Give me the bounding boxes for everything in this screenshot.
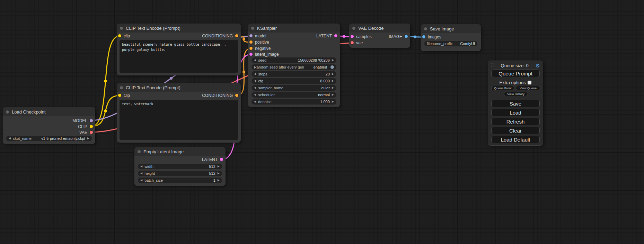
- arrow-left-icon[interactable]: ◀: [9, 137, 11, 140]
- collapse-dot-icon[interactable]: [138, 150, 141, 153]
- collapse-dot-icon[interactable]: [120, 27, 123, 30]
- collapse-dot-icon[interactable]: [6, 110, 9, 114]
- input-slot-model[interactable]: model: [249, 33, 266, 39]
- view-queue-button[interactable]: View Queue: [516, 86, 540, 90]
- output-slot-conditioning[interactable]: CONDITIONING: [202, 33, 238, 39]
- extra-options-checkbox[interactable]: [528, 81, 531, 84]
- conditioning-output-dot[interactable]: [235, 34, 238, 37]
- height-widget[interactable]: ◀ height 512 ▶: [138, 171, 222, 176]
- queue-front-button[interactable]: Queue Front: [491, 86, 514, 90]
- random-seed-toggle-widget[interactable]: Random seed after every gen enabled: [252, 64, 336, 70]
- input-slot-vae[interactable]: vae: [351, 40, 363, 46]
- save-button[interactable]: Save: [491, 100, 540, 107]
- input-slot-latent-image[interactable]: latent_image: [249, 51, 279, 57]
- node-clip-text-encode-negative[interactable]: CLIP Text Encode (Prompt) clip CONDITION…: [117, 83, 241, 143]
- node-ksampler[interactable]: KSampler model positive negative latent_…: [248, 24, 340, 107]
- image-output-dot[interactable]: [405, 35, 408, 38]
- output-slot-model[interactable]: MODEL: [72, 118, 93, 124]
- input-slot-clip[interactable]: clip: [118, 33, 130, 39]
- arrow-left-icon[interactable]: ◀: [254, 87, 256, 89]
- steps-widget[interactable]: ◀ steps 20 ▶: [252, 71, 336, 77]
- node-save-image[interactable]: Save Image images filename_prefix ComfyU…: [421, 24, 481, 51]
- collapse-dot-icon[interactable]: [120, 86, 123, 89]
- arrow-left-icon[interactable]: ◀: [254, 100, 256, 103]
- arrow-left-icon[interactable]: ◀: [140, 165, 142, 168]
- output-slot-clip[interactable]: CLIP: [78, 124, 93, 129]
- collapse-dot-icon[interactable]: [352, 27, 355, 30]
- scheduler-widget[interactable]: ◀ scheduler normal ▶: [252, 92, 336, 98]
- latent-output-dot[interactable]: [334, 34, 337, 37]
- denoise-widget[interactable]: ◀ denoise 1.000 ▶: [252, 99, 336, 105]
- image-input-dot[interactable]: [422, 35, 425, 38]
- arrow-left-icon[interactable]: ◀: [254, 80, 256, 82]
- output-slot-vae[interactable]: VAE: [79, 129, 93, 135]
- arrow-right-icon[interactable]: ▶: [332, 100, 334, 103]
- vae-input-dot[interactable]: [351, 41, 354, 44]
- arrow-right-icon[interactable]: ▶: [218, 179, 220, 182]
- conditioning-output-dot[interactable]: [235, 94, 238, 97]
- node-title-bar[interactable]: VAE Decode: [349, 24, 410, 33]
- sampler-name-widget[interactable]: ◀ sampler_name euler ▶: [252, 85, 336, 91]
- node-title-bar[interactable]: Save Image: [421, 24, 481, 33]
- view-history-button[interactable]: View History: [504, 92, 528, 96]
- conditioning-input-dot[interactable]: [249, 47, 253, 50]
- clip-input-dot[interactable]: [118, 34, 121, 37]
- input-slot-positive[interactable]: positive: [249, 39, 269, 45]
- output-slot-conditioning[interactable]: CONDITIONING: [202, 92, 238, 98]
- vae-output-dot[interactable]: [90, 131, 93, 134]
- latent-output-dot[interactable]: [220, 158, 223, 161]
- toggle-dot-icon[interactable]: [330, 65, 334, 69]
- clip-input-dot[interactable]: [118, 94, 121, 97]
- node-vae-decode[interactable]: VAE Decode samples vae IMAGE: [349, 24, 410, 48]
- node-load-checkpoint[interactable]: Load Checkpoint MODEL CLIP VAE ◀ ckpt_na…: [3, 107, 95, 144]
- collapse-dot-icon[interactable]: [424, 27, 427, 30]
- arrow-right-icon[interactable]: ▶: [218, 165, 220, 168]
- node-empty-latent-image[interactable]: Empty Latent Image LATENT ◀ width 512 ▶ …: [134, 147, 226, 186]
- arrow-right-icon[interactable]: ▶: [218, 172, 220, 175]
- node-graph-canvas[interactable]: Load Checkpoint MODEL CLIP VAE ◀ ckpt_na…: [0, 0, 644, 244]
- output-slot-latent[interactable]: LATENT: [316, 33, 337, 39]
- clip-output-dot[interactable]: [90, 125, 93, 128]
- model-input-dot[interactable]: [249, 34, 253, 37]
- arrow-right-icon[interactable]: ▶: [332, 59, 334, 62]
- queue-prompt-button[interactable]: Queue Prompt: [491, 70, 540, 77]
- arrow-right-icon[interactable]: ▶: [332, 80, 334, 82]
- refresh-button[interactable]: Refresh: [491, 118, 540, 125]
- arrow-right-icon[interactable]: ▶: [332, 87, 334, 89]
- output-slot-latent[interactable]: LATENT: [202, 156, 223, 162]
- output-slot-image[interactable]: IMAGE: [389, 34, 408, 39]
- arrow-right-icon[interactable]: ▶: [332, 93, 334, 96]
- load-default-button[interactable]: Load Default: [491, 136, 540, 143]
- node-title-bar[interactable]: Load Checkpoint: [3, 107, 95, 116]
- node-title-bar[interactable]: CLIP Text Encode (Prompt): [117, 83, 241, 92]
- cfg-widget[interactable]: ◀ cfg 8.000 ▶: [252, 78, 336, 84]
- latent-input-dot[interactable]: [249, 53, 253, 56]
- arrow-left-icon[interactable]: ◀: [254, 73, 256, 75]
- filename-prefix-widget[interactable]: filename_prefix ComfyUI: [424, 41, 477, 46]
- load-button[interactable]: Load: [491, 109, 540, 116]
- input-slot-negative[interactable]: negative: [249, 45, 271, 51]
- latent-input-dot[interactable]: [351, 35, 354, 38]
- arrow-left-icon[interactable]: ◀: [254, 93, 256, 96]
- input-slot-images[interactable]: images: [422, 34, 441, 40]
- batch-size-widget[interactable]: ◀ batch_size 1 ▶: [138, 178, 222, 183]
- seed-widget[interactable]: ◀ seed 156680208700286 ▶: [252, 57, 336, 63]
- input-slot-samples[interactable]: samples: [351, 34, 372, 39]
- drag-handle-icon[interactable]: ⠿: [491, 63, 494, 68]
- conditioning-input-dot[interactable]: [249, 40, 253, 44]
- queue-panel[interactable]: ⠿ Queue size: 0 ⚙ Queue Prompt Extra opt…: [488, 61, 543, 146]
- ckpt-name-widget[interactable]: ◀ ckpt_name v1-5-pruned-emaonly.ckpt ▶: [6, 136, 92, 141]
- arrow-left-icon[interactable]: ◀: [140, 179, 142, 182]
- prompt-textarea[interactable]: beautiful scenery nature glass bottle la…: [120, 40, 238, 73]
- collapse-dot-icon[interactable]: [251, 27, 254, 30]
- width-widget[interactable]: ◀ width 512 ▶: [138, 164, 222, 169]
- node-clip-text-encode-positive[interactable]: CLIP Text Encode (Prompt) clip CONDITION…: [117, 24, 241, 75]
- node-title-bar[interactable]: CLIP Text Encode (Prompt): [117, 24, 241, 33]
- node-title-bar[interactable]: Empty Latent Image: [134, 147, 226, 156]
- prompt-textarea[interactable]: text, watermark: [120, 100, 238, 140]
- settings-gear-icon[interactable]: ⚙: [536, 63, 540, 68]
- arrow-right-icon[interactable]: ▶: [332, 73, 334, 75]
- arrow-left-icon[interactable]: ◀: [140, 172, 142, 175]
- arrow-left-icon[interactable]: ◀: [254, 59, 256, 62]
- arrow-right-icon[interactable]: ▶: [87, 137, 89, 140]
